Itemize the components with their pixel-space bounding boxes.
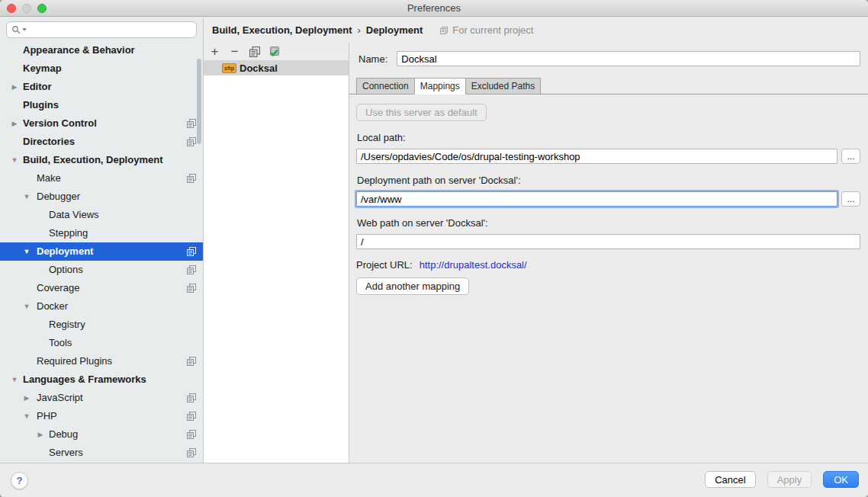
sidebar-item-debug[interactable]: ▶Debug (0, 425, 203, 444)
tab-connection[interactable]: Connection (356, 78, 415, 95)
sidebar-item-languages-frameworks[interactable]: ▼Languages & Frameworks (0, 370, 203, 389)
server-settings-panel: Name: Connection Mappings Excluded Paths… (349, 43, 868, 463)
settings-search[interactable] (6, 21, 197, 38)
sidebar-item-deployment[interactable]: ▼Deployment (0, 242, 203, 261)
sidebar-item-php[interactable]: ▼PHP (0, 407, 203, 425)
sidebar-item-debugger[interactable]: ▼Debugger (0, 188, 203, 206)
search-input[interactable] (29, 24, 191, 37)
expand-arrow-icon[interactable]: ▶ (9, 78, 20, 96)
scope-note: For current project (439, 24, 533, 36)
breadcrumb-parent[interactable]: Build, Execution, Deployment (212, 24, 352, 36)
breadcrumb-separator: › (357, 24, 360, 36)
collapse-arrow-icon[interactable]: ▼ (21, 188, 32, 206)
search-options-caret-icon[interactable] (22, 28, 27, 31)
settings-sidebar: Appearance & BehaviorKeymap▶EditorPlugin… (0, 18, 204, 463)
scope-note-label: For current project (452, 24, 533, 36)
sidebar-item-coverage[interactable]: Coverage (0, 279, 203, 297)
sidebar-item-servers[interactable]: Servers (0, 444, 203, 462)
breadcrumb: Build, Execution, Deployment › Deploymen… (204, 18, 868, 43)
per-project-icon (439, 26, 448, 35)
remove-server-button[interactable]: − (229, 46, 240, 57)
server-tabs: Connection Mappings Excluded Paths (356, 78, 860, 95)
web-path-label: Web path on server 'Docksal': (357, 217, 860, 229)
copy-server-button[interactable] (249, 46, 260, 57)
apply-button[interactable]: Apply (767, 471, 812, 488)
expand-arrow-icon[interactable]: ▶ (9, 114, 20, 133)
close-button[interactable] (7, 4, 16, 13)
sidebar-item-data-views[interactable]: Data Views (0, 206, 203, 224)
minimize-button (22, 4, 31, 13)
zoom-button[interactable] (37, 4, 47, 13)
expand-arrow-icon[interactable]: ▶ (35, 425, 46, 444)
sidebar-item-build-execution-deployment[interactable]: ▼Build, Execution, Deployment (0, 151, 203, 169)
sidebar-item-required-plugins[interactable]: Required Plugins (0, 352, 203, 370)
sidebar-item-registry[interactable]: Registry (0, 316, 203, 334)
add-server-button[interactable]: + (209, 46, 220, 57)
tab-mappings[interactable]: Mappings (414, 78, 466, 95)
footer-bar: ? Cancel Apply OK (0, 463, 868, 497)
local-path-label: Local path: (357, 132, 860, 143)
add-another-mapping-button[interactable]: Add another mapping (356, 277, 469, 295)
sidebar-item-directories[interactable]: Directories (0, 133, 203, 151)
use-as-default-button[interactable] (268, 46, 280, 57)
server-list-toolbar: + − (204, 43, 349, 60)
server-name-label: Docksal (240, 63, 278, 74)
name-label: Name: (358, 53, 387, 65)
cancel-button[interactable]: Cancel (705, 471, 755, 488)
help-button[interactable]: ? (11, 472, 28, 489)
project-url-link[interactable]: http://drupaltest.docksal/ (420, 259, 527, 271)
sidebar-scrollbar[interactable] (197, 59, 201, 144)
deployment-path-label: Deployment path on server 'Docksal': (357, 175, 860, 186)
collapse-arrow-icon[interactable]: ▼ (21, 242, 32, 261)
collapse-arrow-icon[interactable]: ▼ (21, 407, 32, 425)
sidebar-item-docker[interactable]: ▼Docker (0, 297, 203, 316)
server-list-panel: + − (204, 43, 349, 463)
browse-local-path-button[interactable]: ... (841, 149, 860, 164)
preferences-window: Preferences Appearance & BehaviorKeymap▶… (0, 0, 868, 497)
settings-tree: Appearance & BehaviorKeymap▶EditorPlugin… (0, 41, 203, 462)
collapse-arrow-icon[interactable]: ▼ (9, 151, 20, 169)
sidebar-item-keymap[interactable]: Keymap (0, 59, 203, 78)
sidebar-item-plugins[interactable]: Plugins (0, 96, 203, 114)
expand-arrow-icon[interactable]: ▶ (21, 389, 32, 407)
name-input[interactable] (397, 51, 860, 66)
server-list-item-docksal[interactable]: sftp Docksal (204, 60, 349, 75)
web-path-input[interactable] (356, 234, 860, 249)
sidebar-item-stepping[interactable]: Stepping (0, 224, 203, 242)
sftp-server-icon: sftp (222, 63, 236, 73)
tab-excluded-paths[interactable]: Excluded Paths (465, 78, 541, 95)
sidebar-item-appearance-behavior[interactable]: Appearance & Behavior (0, 41, 203, 59)
breadcrumb-current: Deployment (366, 24, 423, 36)
sidebar-item-tools[interactable]: Tools (0, 334, 203, 352)
collapse-arrow-icon[interactable]: ▼ (21, 297, 32, 316)
project-url-label: Project URL: (356, 259, 413, 271)
browse-deployment-path-button[interactable]: ... (841, 191, 860, 207)
collapse-arrow-icon[interactable]: ▼ (9, 370, 20, 389)
local-path-input[interactable] (356, 149, 837, 164)
window-title: Preferences (0, 0, 868, 17)
sidebar-item-make[interactable]: Make (0, 169, 203, 188)
ok-button[interactable]: OK (823, 471, 859, 488)
sidebar-item-editor[interactable]: ▶Editor (0, 78, 203, 96)
sidebar-item-javascript[interactable]: ▶JavaScript (0, 389, 203, 407)
use-server-as-default-button[interactable]: Use this server as default (356, 104, 487, 121)
search-icon (11, 25, 21, 35)
title-bar: Preferences (0, 0, 868, 17)
sidebar-item-options[interactable]: Options (0, 261, 203, 279)
sidebar-item-version-control[interactable]: ▶Version Control (0, 114, 203, 133)
deployment-path-input[interactable] (356, 191, 837, 207)
